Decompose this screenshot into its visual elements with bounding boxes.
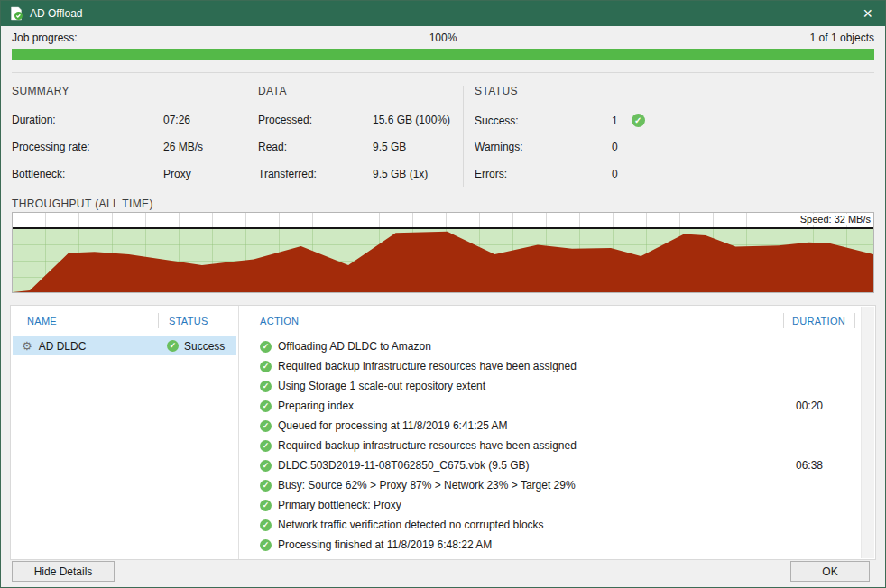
details-panel: NAME STATUS ⚙ AD DLDC ✓ Success ACTION D… — [10, 305, 876, 560]
action-row[interactable]: ✓ Network traffic verification detected … — [239, 515, 861, 535]
progress-labels: Job progress: 100% 1 of 1 objects — [12, 32, 874, 45]
success-check-icon: ✓ — [260, 361, 272, 372]
success-check-icon: ✓ — [260, 539, 272, 551]
action-row[interactable]: ✓ Offloading AD DLDC to Amazon — [239, 336, 861, 356]
job-session-dialog: AD Offload × Job progress: 100% 1 of 1 o… — [0, 0, 886, 588]
success-check-icon: ✓ — [260, 460, 272, 472]
divider — [12, 72, 874, 73]
progress-fill — [12, 49, 874, 60]
summary-duration-row: Duration: 07:26 — [12, 114, 237, 126]
data-read-row: Read: 9.5 GB — [258, 141, 457, 153]
summary-bottleneck-row: Bottleneck: Proxy — [12, 168, 237, 180]
name-column-header: NAME — [27, 316, 57, 326]
action-list: ✓ Offloading AD DLDC to Amazon ✓ Require… — [239, 336, 861, 555]
divider — [463, 86, 464, 187]
progress-percent: 100% — [429, 32, 457, 44]
data-transferred-row: Transferred: 9.5 GB (1x) — [258, 168, 457, 180]
success-check-icon: ✓ — [260, 480, 272, 492]
chart-plot-area — [13, 229, 873, 292]
duration-column-header: DURATION — [792, 316, 845, 326]
actions-header: ACTION DURATION — [239, 306, 875, 335]
success-check-icon: ✓ — [260, 500, 272, 511]
hide-details-button[interactable]: Hide Details — [12, 561, 115, 582]
window-title: AD Offload — [30, 7, 82, 20]
summary-rate-row: Processing rate: 26 MB/s — [12, 141, 237, 153]
success-check-icon: ✓ — [260, 400, 272, 412]
success-check-icon: ✓ — [260, 440, 272, 452]
action-row[interactable]: ✓ Processing finished at 11/8/2019 6:48:… — [239, 535, 861, 555]
action-row[interactable]: ✓ Busy: Source 62% > Proxy 87% > Network… — [239, 475, 861, 495]
job-progress-label: Job progress: — [12, 32, 78, 44]
throughput-title: THROUGHPUT (ALL TIME) — [12, 198, 153, 210]
object-row-ad-dldc[interactable]: ⚙ AD DLDC ✓ Success — [13, 336, 236, 355]
status-errors-row: Errors: 0 — [475, 168, 876, 180]
data-processed-row: Processed: 15.6 GB (100%) — [258, 114, 457, 126]
speed-label: Speed: 32 MB/s — [797, 214, 871, 225]
close-icon[interactable]: × — [858, 5, 877, 22]
actions-pane: ACTION DURATION ✓ Offloading AD DLDC to … — [239, 306, 875, 559]
divider — [854, 313, 855, 328]
job-icon — [9, 6, 23, 21]
divider — [245, 86, 245, 187]
action-row[interactable]: ✓ Required backup infrastructure resourc… — [239, 436, 861, 455]
stats-section: SUMMARY Duration: 07:26 Processing rate:… — [1, 80, 885, 194]
action-row[interactable]: ✓ Primary bottleneck: Proxy — [239, 495, 861, 515]
scrollbar[interactable] — [861, 307, 874, 558]
objects-count: 1 of 1 objects — [810, 32, 874, 44]
action-row[interactable]: ✓ Using Storage 1 scale-out repository e… — [239, 376, 861, 396]
action-row[interactable]: ✓ Required backup infrastructure resourc… — [239, 356, 861, 376]
success-check-icon: ✓ — [167, 340, 179, 352]
success-check-icon: ✓ — [260, 381, 272, 392]
gear-icon: ⚙ — [22, 340, 32, 352]
objects-pane: NAME STATUS ⚙ AD DLDC ✓ Success — [11, 306, 238, 559]
action-row[interactable]: ✓ Queued for processing at 11/8/2019 6:4… — [239, 416, 861, 436]
titlebar: AD Offload × — [1, 1, 885, 26]
status-panel: STATUS Success: 1 ✓ Warnings: 0 Errors: … — [475, 80, 876, 194]
throughput-area — [13, 229, 873, 292]
data-panel: DATA Processed: 15.6 GB (100%) Read: 9.5… — [258, 80, 457, 194]
success-check-icon: ✓ — [260, 420, 272, 432]
object-name: AD DLDC — [39, 340, 87, 353]
object-status: ✓ Success — [167, 340, 225, 353]
action-row[interactable]: ✓ Preparing index 00:20 — [239, 396, 861, 416]
progress-bar — [12, 49, 874, 60]
action-column-header: ACTION — [260, 316, 299, 326]
success-check-icon: ✓ — [260, 519, 272, 531]
success-check-icon: ✓ — [632, 114, 645, 127]
action-row[interactable]: ✓ DLDC.503D2019-11-08T062850_C675.vbk (9… — [239, 455, 861, 475]
success-check-icon: ✓ — [260, 341, 272, 353]
status-warnings-row: Warnings: 0 — [475, 141, 876, 153]
ok-button[interactable]: OK — [790, 561, 870, 582]
status-success-row: Success: 1 ✓ — [475, 114, 876, 127]
object-status-label: Success — [184, 340, 225, 353]
data-title: DATA — [258, 85, 287, 97]
summary-panel: SUMMARY Duration: 07:26 Processing rate:… — [12, 80, 237, 194]
chart-top-band: Speed: 32 MB/s — [13, 213, 873, 229]
status-column-header: STATUS — [169, 316, 208, 326]
divider — [158, 313, 159, 328]
summary-title: SUMMARY — [12, 85, 69, 97]
status-title: STATUS — [475, 85, 518, 97]
divider — [783, 313, 784, 328]
objects-header: NAME STATUS — [11, 306, 238, 335]
throughput-chart: Speed: 32 MB/s — [12, 212, 874, 293]
